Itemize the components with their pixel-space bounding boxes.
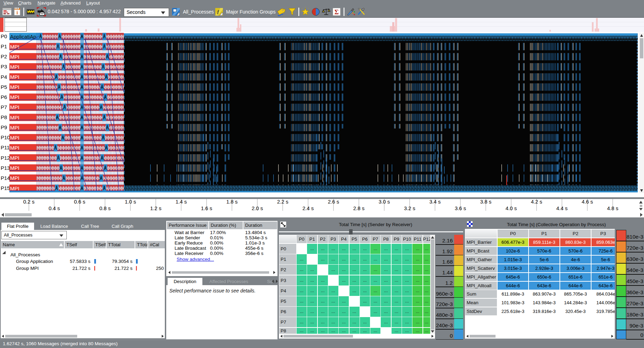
svg-text:2.4 s: 2.4 s [303, 205, 314, 211]
svg-text:MPI: MPI [10, 44, 19, 50]
svg-text:P11: P11 [1, 144, 10, 150]
svg-text:1.6 s: 1.6 s [201, 205, 212, 211]
svg-text:P9: P9 [1, 124, 7, 130]
svg-text:3.6 s: 3.6 s [455, 205, 466, 211]
svg-text:4.0 s: 4.0 s [506, 205, 517, 211]
svg-text:2.8 s: 2.8 s [353, 205, 365, 211]
svg-text:21.722 s: 21.722 s [114, 266, 132, 271]
svg-text:0.2 s: 0.2 s [23, 199, 35, 205]
svg-text:MPI: MPI [10, 155, 19, 161]
svg-text:3.8 s: 3.8 s [480, 199, 492, 205]
svg-text:MPI: MPI [10, 84, 19, 90]
svg-text:57.5833 s: 57.5833 s [70, 259, 91, 264]
svg-text:All_Processes: All_Processes [10, 252, 40, 257]
svg-text:MPI: MPI [10, 135, 19, 141]
svg-text:3.0 s: 3.0 s [379, 199, 390, 205]
svg-text:4.6 s: 4.6 s [582, 199, 593, 205]
svg-text:MPI: MPI [10, 125, 19, 131]
svg-text:P4: P4 [1, 74, 7, 80]
svg-text:1.4 s: 1.4 s [176, 199, 187, 205]
svg-text:250: 250 [156, 266, 164, 271]
svg-text:1.0 s: 1.0 s [125, 199, 136, 205]
svg-text:1.2 s: 1.2 s [150, 205, 162, 211]
svg-text:4.8 s: 4.8 s [607, 205, 619, 211]
svg-text:P0: P0 [1, 33, 7, 39]
svg-text:P10: P10 [1, 134, 10, 140]
svg-text:MPI: MPI [10, 145, 19, 151]
svg-text:P8: P8 [1, 114, 7, 120]
svg-text:3.2 s: 3.2 s [404, 205, 416, 211]
svg-text:4.2 s: 4.2 s [531, 199, 542, 205]
svg-text:0.4 s: 0.4 s [49, 205, 60, 211]
svg-text:MPI: MPI [10, 64, 19, 70]
svg-text:MPI: MPI [10, 165, 19, 171]
svg-text:1.8 s: 1.8 s [226, 199, 238, 205]
svg-text:4.4 s: 4.4 s [556, 205, 568, 211]
svg-text:Group MPI: Group MPI [16, 266, 39, 271]
svg-text:P13: P13 [1, 165, 10, 171]
svg-text:MPI: MPI [10, 185, 19, 191]
svg-text:P15: P15 [1, 185, 10, 191]
svg-text:P14: P14 [1, 175, 10, 181]
svg-text:P5: P5 [1, 84, 7, 90]
svg-text:2.6 s: 2.6 s [328, 199, 339, 205]
svg-text:P7: P7 [1, 104, 7, 110]
svg-text:P3: P3 [1, 64, 7, 69]
svg-text:0.6 s: 0.6 s [74, 199, 86, 205]
svg-text:P6: P6 [1, 94, 7, 100]
svg-text:2.0 s: 2.0 s [252, 205, 263, 211]
svg-text:MPI: MPI [10, 175, 19, 181]
svg-text:MPI: MPI [10, 74, 19, 80]
svg-text:P2: P2 [1, 53, 7, 59]
svg-text:2.2 s: 2.2 s [277, 199, 289, 205]
svg-text:MPI: MPI [10, 94, 19, 100]
svg-text:0.8 s: 0.8 s [99, 205, 111, 211]
svg-text:3.4 s: 3.4 s [429, 199, 441, 205]
svg-text:MPI: MPI [10, 115, 19, 121]
svg-text:79.3054 s: 79.3054 s [112, 259, 133, 264]
svg-text:ApplicatiAp: ApplicatiAp [10, 34, 36, 40]
svg-text:21.722 s: 21.722 s [72, 266, 90, 271]
svg-text:P1: P1 [1, 43, 7, 49]
svg-text:MPI: MPI [10, 54, 19, 60]
svg-text:Group Application: Group Application [16, 259, 53, 264]
svg-text:MPI: MPI [10, 104, 19, 110]
svg-text:P12: P12 [1, 155, 10, 161]
